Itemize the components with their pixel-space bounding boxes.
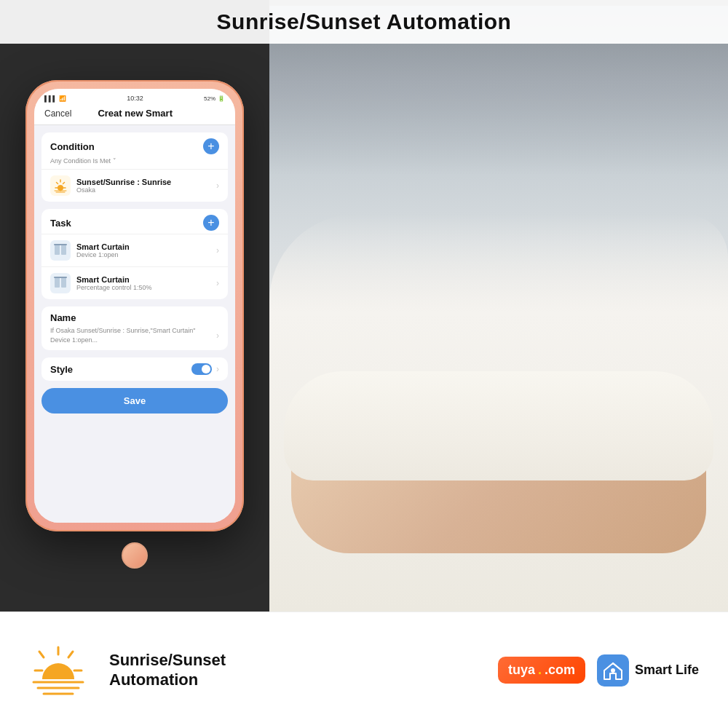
task-item-2-title: Smart Curtain (76, 275, 210, 284)
pillow (284, 371, 713, 480)
sunrise-large-svg (29, 641, 87, 700)
svg-point-15 (611, 668, 615, 673)
smart-life-house-icon (603, 660, 623, 681)
svg-rect-1 (55, 245, 60, 255)
nav-title: Creat new Smart (98, 108, 173, 119)
curtain-icon-2 (50, 273, 71, 293)
task-item-2[interactable]: Smart Curtain Percentage control 1:50% › (41, 266, 228, 299)
tuya-badge: tuya . .com (498, 657, 585, 684)
name-value: If Osaka Sunset/Sunrise : Sunrise,"Smart… (50, 326, 216, 344)
left-panel: ▌▌▌ 📶 10:32 52% 🔋 Cancel Creat new Smart (0, 0, 269, 612)
name-section: Name If Osaka Sunset/Sunrise : Sunrise,"… (41, 306, 228, 350)
style-label: Style (50, 364, 73, 375)
style-toggle[interactable] (191, 363, 212, 375)
top-section: Sunrise/Sunset Automation ▌▌▌ 📶 10:32 52… (0, 0, 728, 612)
svg-rect-4 (55, 277, 60, 288)
task-item-1[interactable]: Smart Curtain Device 1:open › (41, 234, 228, 266)
style-section: Style › (41, 357, 228, 381)
page-title: Sunrise/Sunset Automation (217, 9, 512, 34)
add-task-button[interactable]: + (203, 215, 219, 231)
bottom-text-line2: Automation (109, 670, 226, 689)
task-1-chevron-icon: › (216, 245, 219, 256)
task-item-1-title: Smart Curtain (76, 242, 210, 251)
sunrise-small-svg (53, 178, 68, 193)
tuya-suffix: .com (545, 662, 575, 678)
smart-life-icon (597, 654, 629, 687)
condition-item[interactable]: Sunset/Sunrise : Sunrise Osaka › (41, 169, 228, 202)
task-item-1-text: Smart Curtain Device 1:open (76, 242, 210, 258)
curtain-svg-1 (53, 243, 68, 258)
phone-home-button[interactable] (122, 542, 148, 569)
sunrise-item-icon (50, 175, 71, 196)
task-item-2-text: Smart Curtain Percentage control 1:50% (76, 275, 210, 291)
condition-subtitle: Any Condition Is Met ˅ (41, 157, 228, 169)
task-header: Task + (41, 209, 228, 234)
task-item-1-subtitle: Device 1:open (76, 251, 210, 258)
save-button[interactable]: Save (41, 388, 228, 414)
logo-area: tuya . .com Smart Life (498, 654, 699, 687)
condition-item-subtitle: Osaka (76, 186, 210, 194)
curtain-left (269, 44, 728, 175)
bedroom-scene (269, 0, 728, 612)
condition-section: Condition + Any Condition Is Met ˅ (41, 132, 228, 202)
task-title: Task (50, 218, 71, 229)
battery-area: 52% 🔋 (204, 95, 225, 102)
add-condition-button[interactable]: + (203, 138, 219, 154)
condition-chevron-icon: › (216, 181, 219, 191)
svg-line-9 (39, 652, 44, 657)
condition-header: Condition + (41, 132, 228, 157)
right-panel (269, 0, 728, 612)
bottom-text-line1: Sunrise/Sunset (109, 651, 226, 670)
svg-rect-5 (61, 277, 66, 288)
name-chevron-icon: › (216, 331, 219, 341)
signal-icon: ▌▌▌ (44, 95, 57, 102)
signal-area: ▌▌▌ 📶 (44, 95, 66, 102)
style-chevron-icon: › (216, 364, 219, 374)
battery-icon: 🔋 (218, 95, 225, 102)
task-item-2-subtitle: Percentage control 1:50% (76, 284, 210, 291)
tuya-text: tuya (508, 662, 535, 678)
phone-top: ▌▌▌ 📶 10:32 52% 🔋 (34, 89, 235, 103)
cancel-button[interactable]: Cancel (44, 108, 71, 119)
name-label: Name (50, 312, 219, 323)
phone-content: Condition + Any Condition Is Met ˅ (34, 125, 235, 523)
phone-home-button-area (122, 537, 148, 571)
style-right: › (191, 363, 219, 375)
title-bar: Sunrise/Sunset Automation (0, 0, 728, 44)
condition-item-title: Sunset/Sunrise : Sunrise (76, 178, 210, 186)
curtain-icon-1 (50, 240, 71, 261)
nav-bar: Cancel Creat new Smart (34, 103, 235, 125)
condition-title: Condition (50, 141, 95, 152)
bottom-text-block: Sunrise/Sunset Automation (109, 651, 226, 689)
time-display: 10:32 (127, 95, 143, 102)
svg-line-8 (68, 652, 73, 657)
svg-rect-6 (54, 277, 67, 278)
smart-life-text: Smart Life (635, 662, 699, 678)
bottom-section: Sunrise/Sunset Automation tuya . .com Sm… (0, 612, 728, 728)
battery-label: 52% (204, 95, 215, 102)
smart-life-badge: Smart Life (597, 654, 699, 687)
name-row[interactable]: If Osaka Sunset/Sunrise : Sunrise,"Smart… (50, 326, 219, 344)
status-bar: ▌▌▌ 📶 10:32 52% 🔋 (44, 93, 225, 103)
phone-mockup: ▌▌▌ 📶 10:32 52% 🔋 Cancel Creat new Smart (25, 80, 244, 531)
svg-rect-3 (54, 244, 67, 245)
task-section: Task + (41, 209, 228, 299)
condition-item-text: Sunset/Sunrise : Sunrise Osaka (76, 178, 210, 194)
svg-rect-2 (61, 245, 66, 255)
curtain-svg-2 (53, 276, 68, 290)
task-2-chevron-icon: › (216, 278, 219, 288)
tuya-dot: . (538, 662, 542, 678)
sunrise-icon-large (29, 641, 87, 700)
wifi-icon: 📶 (59, 95, 66, 102)
phone-screen: ▌▌▌ 📶 10:32 52% 🔋 Cancel Creat new Smart (34, 89, 235, 523)
